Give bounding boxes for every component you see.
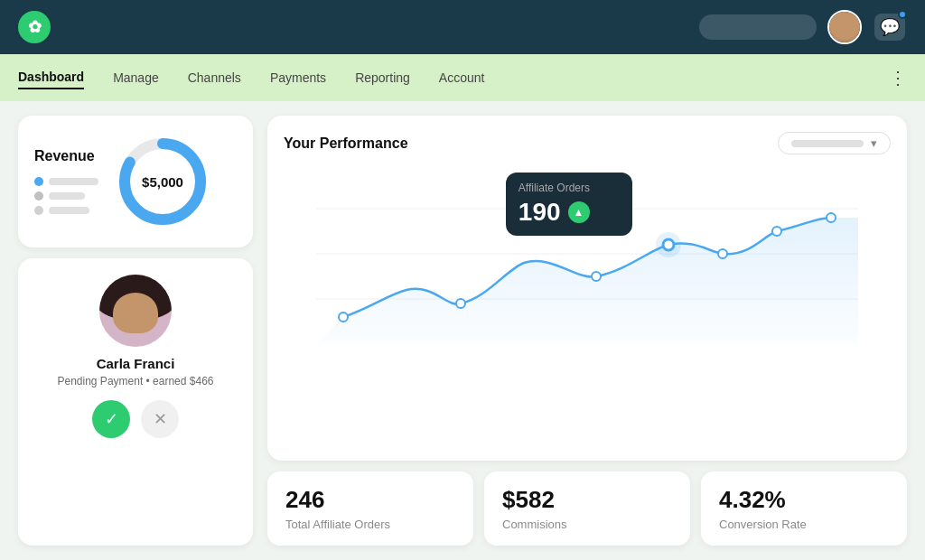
legend-bar-1 — [49, 178, 98, 185]
affiliate-card: Carla Franci Pending Payment • earned $4… — [18, 258, 253, 546]
reject-button[interactable]: ✕ — [141, 400, 179, 438]
performance-title: Your Performance — [284, 135, 408, 152]
chart-point — [718, 249, 727, 258]
avatar-image — [829, 12, 860, 42]
revenue-amount: $5,000 — [142, 174, 183, 190]
tooltip-trend: ▲ — [568, 201, 590, 223]
nav-item-reporting[interactable]: Reporting — [355, 67, 410, 89]
affiliate-status: Pending Payment • earned $466 — [58, 375, 214, 387]
donut-chart: $5,000 — [113, 132, 212, 231]
stat-card-orders: 246 Total Affiliate Orders — [267, 471, 473, 546]
main-content: Revenue $5,000 — [0, 101, 925, 560]
nav-item-dashboard[interactable]: Dashboard — [18, 66, 84, 89]
legend-item-1 — [34, 177, 98, 186]
legend-dot-2 — [34, 191, 43, 201]
affiliate-actions: ✓ ✕ — [92, 400, 179, 438]
legend-bar-2 — [49, 192, 85, 200]
period-dropdown[interactable]: ▾ — [778, 132, 891, 154]
performance-card: Your Performance ▾ — [267, 116, 907, 461]
chart-active-point — [663, 239, 674, 250]
right-panel: Your Performance ▾ — [267, 116, 907, 546]
chat-badge — [898, 10, 907, 19]
chat-icon-wrap[interactable]: 💬 — [873, 10, 907, 44]
dropdown-bar — [791, 140, 864, 147]
accept-button[interactable]: ✓ — [92, 400, 130, 438]
legend-dot-1 — [34, 177, 43, 186]
affiliate-name: Carla Franci — [97, 356, 175, 371]
chart-tooltip: Affiliate Orders 190 ▲ — [506, 173, 632, 236]
stats-row: 246 Total Affiliate Orders $582 Commisio… — [267, 471, 907, 546]
topbar-right: 💬 — [699, 10, 907, 44]
nav-more-button[interactable]: ⋮ — [889, 67, 907, 89]
performance-header: Your Performance ▾ — [284, 132, 891, 154]
nav-item-payments[interactable]: Payments — [270, 67, 326, 89]
left-panel: Revenue $5,000 — [18, 116, 253, 546]
chart-area: Affiliate Orders 190 ▲ — [284, 163, 891, 344]
revenue-legend: Revenue — [34, 148, 98, 215]
avatar-face — [113, 293, 158, 333]
chart-point — [339, 313, 348, 322]
logo[interactable]: ✿ — [18, 11, 51, 43]
stat-card-conversion: 4.32% Conversion Rate — [701, 471, 907, 546]
avatar[interactable] — [827, 10, 862, 44]
revenue-title: Revenue — [34, 148, 98, 164]
logo-icon: ✿ — [28, 17, 42, 37]
legend-item-3 — [34, 206, 98, 215]
legend-bar-3 — [49, 207, 89, 214]
tooltip-label: Affiliate Orders — [519, 182, 620, 194]
stat-card-commissions: $582 Commisions — [484, 471, 690, 546]
navbar: Dashboard Manage Channels Payments Repor… — [0, 54, 925, 101]
stat-label-conversion: Conversion Rate — [719, 518, 889, 531]
chart-point — [456, 299, 465, 308]
stat-label-commissions: Commisions — [502, 518, 672, 531]
nav-item-manage[interactable]: Manage — [113, 67, 159, 89]
chevron-down-icon: ▾ — [871, 136, 877, 150]
stat-label-orders: Total Affiliate Orders — [285, 518, 455, 531]
trend-icon: ▲ — [574, 206, 584, 219]
tooltip-value-wrap: 190 ▲ — [519, 198, 620, 227]
topbar: ✿ 💬 — [0, 0, 925, 54]
nav-item-channels[interactable]: Channels — [188, 67, 241, 89]
stat-value-orders: 246 — [285, 486, 455, 514]
stat-value-conversion: 4.32% — [719, 486, 889, 514]
chart-point — [772, 227, 781, 236]
tooltip-number: 190 — [519, 198, 561, 227]
affiliate-avatar — [99, 275, 172, 347]
stat-value-commissions: $582 — [502, 486, 672, 514]
chart-point — [827, 213, 836, 222]
search-bar[interactable] — [699, 14, 817, 40]
revenue-card: Revenue $5,000 — [18, 116, 253, 247]
chart-point — [592, 272, 601, 281]
legend-dot-3 — [34, 206, 43, 215]
legend-item-2 — [34, 191, 98, 201]
nav-item-account[interactable]: Account — [439, 67, 485, 89]
